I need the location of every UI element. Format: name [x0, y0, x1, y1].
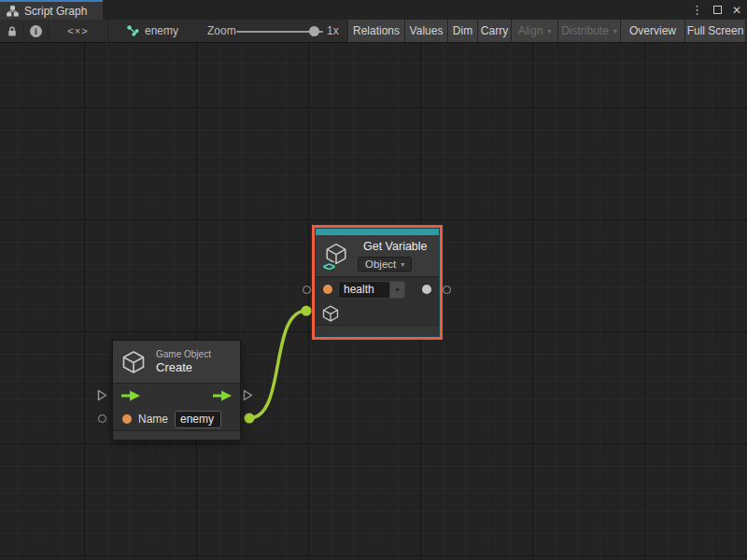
- toolbar-button-relations[interactable]: Relations: [347, 20, 404, 42]
- info-icon: i: [30, 25, 42, 37]
- name-port-row: Name: [113, 408, 240, 430]
- lock-icon: [7, 25, 18, 37]
- graph-toolbar: i <×> enemy Zoom 1x Relations Values: [0, 20, 747, 43]
- info-button[interactable]: i: [24, 20, 49, 42]
- flow-input-port[interactable]: [97, 389, 107, 401]
- close-icon[interactable]: ✕: [732, 5, 741, 16]
- toolbar-button-fullscreen[interactable]: Full Screen: [684, 20, 746, 42]
- get-variable-icon: <>: [324, 242, 350, 270]
- flow-output-port[interactable]: [243, 389, 253, 401]
- node-header[interactable]: Game Object Create: [113, 341, 240, 384]
- zoom-level-value: 1x: [327, 20, 345, 42]
- variable-value-output-port[interactable]: [443, 286, 451, 294]
- node-create-game-object[interactable]: Game Object Create Name: [112, 340, 241, 440]
- toolbar-button-overview[interactable]: Overview: [620, 20, 684, 42]
- game-object-cube-icon: [120, 349, 147, 375]
- tab-title: Script Graph: [24, 5, 87, 18]
- variable-accent-bar: [316, 229, 439, 235]
- node-title: Get Variable: [363, 240, 428, 254]
- tab-bar: Script Graph ⋮ ✕: [0, 0, 747, 20]
- chevron-down-icon: ▾: [401, 260, 404, 269]
- flow-ports-row: [113, 384, 240, 408]
- code-view-button[interactable]: <×>: [49, 20, 108, 42]
- variable-name-row: ▼: [316, 277, 439, 301]
- variable-name-input-port[interactable]: [303, 286, 311, 294]
- string-port-dot[interactable]: [323, 285, 332, 294]
- node-get-variable[interactable]: <> Get Variable Object ▾: [316, 229, 439, 336]
- code-brackets-icon: <×>: [67, 25, 88, 36]
- graph-canvas[interactable]: Game Object Create Name: [0, 43, 747, 560]
- node-title: Create: [156, 360, 211, 375]
- maximize-icon[interactable]: [713, 6, 722, 14]
- code-brackets-mint-icon: <>: [322, 262, 335, 273]
- zoom-label: Zoom: [207, 20, 239, 42]
- variable-name-input[interactable]: [338, 281, 390, 299]
- toolbar-button-values[interactable]: Values: [404, 20, 447, 42]
- flow-in-arrow-icon[interactable]: [120, 390, 141, 401]
- node-footer: [113, 430, 240, 440]
- object-port-row: [316, 301, 439, 325]
- node-header[interactable]: <> Get Variable Object ▾: [316, 235, 439, 277]
- window-menu-icon[interactable]: ⋮: [691, 4, 703, 16]
- connected-input-port[interactable]: [302, 306, 312, 316]
- toolbar-button-carry[interactable]: Carry: [477, 20, 511, 42]
- zoom-slider-thumb[interactable]: [309, 26, 319, 36]
- toolbar-button-dim[interactable]: Dim: [447, 20, 477, 42]
- flow-out-arrow-icon[interactable]: [212, 390, 233, 401]
- variable-scope-dropdown[interactable]: Object ▾: [358, 257, 412, 272]
- value-output-port-dot[interactable]: [422, 285, 431, 294]
- connected-output-port[interactable]: [245, 413, 255, 424]
- graph-name-label: enemy: [145, 24, 178, 37]
- toolbar-button-distribute[interactable]: Distribute ▾: [557, 20, 620, 42]
- name-input[interactable]: [175, 411, 221, 428]
- node-category: Game Object: [156, 348, 211, 360]
- toolbar-button-align[interactable]: Align ▾: [511, 20, 557, 42]
- tab-script-graph[interactable]: Script Graph: [0, 0, 103, 20]
- graph-ref-icon: [127, 25, 139, 36]
- string-port-dot[interactable]: [122, 414, 132, 424]
- variable-picker-dropdown[interactable]: ▼: [390, 281, 405, 299]
- script-graph-window: Script Graph ⋮ ✕ i <×>: [0, 0, 747, 560]
- chevron-down-icon: ▾: [613, 27, 617, 35]
- object-input-cube-icon[interactable]: [321, 304, 340, 323]
- name-input-port[interactable]: [98, 414, 106, 423]
- name-port-label: Name: [138, 413, 168, 426]
- graph-hierarchy-icon: [7, 6, 19, 17]
- selection-outline: <> Get Variable Object ▾: [312, 225, 443, 340]
- lock-button[interactable]: [0, 20, 24, 42]
- chevron-down-icon: ▾: [547, 27, 551, 35]
- graph-reference[interactable]: enemy: [127, 20, 202, 42]
- gameobject-connection-wire[interactable]: [249, 311, 306, 418]
- node-footer: [316, 325, 439, 336]
- window-controls: ⋮ ✕: [691, 0, 741, 20]
